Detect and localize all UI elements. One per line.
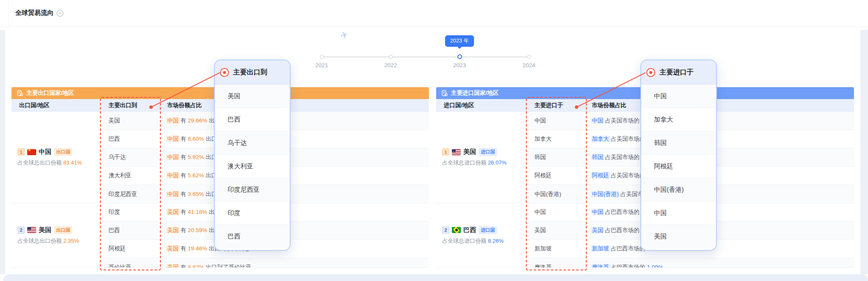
share-cell: 中国(香港)占美国市场的 [584,190,854,198]
share-cell: 美国有 20.59% 出口到了巴西 [160,227,429,234]
timeline-dot-2023[interactable] [457,54,462,59]
timeline-year-label[interactable]: 2022 [377,62,404,68]
year-tooltip: 2023 年 [445,35,474,47]
table-row: 摩洛哥 摩洛哥占巴西市场的 1.09% [527,258,854,267]
popup-title: 主要出口到 [233,68,267,77]
popup-item: 巴西 [215,108,290,131]
rank-badge: 2 [17,227,25,234]
report-icon [442,90,448,96]
popup-item: 加拿大 [641,108,716,131]
source-cell: 韩国 [527,153,584,161]
plane-watermark-icon: ✈ [339,29,350,42]
exporter-cell: 1 中国 出口国 占全球总出口份额 83.41% [11,112,101,203]
popup-item: 美国 [215,85,290,108]
popup-item: 巴西 [215,225,290,248]
timeline-dot-2024[interactable] [527,55,531,59]
flag-usa-icon [452,149,461,155]
next-section-edge [3,274,868,281]
popup-item: 印度尼西亚 [215,178,290,202]
role-badge: 进口国 [479,148,497,156]
info-icon[interactable]: i [57,10,63,17]
timeline-year-label[interactable]: 2023 [446,62,473,68]
dest-cell: 巴西 [101,227,160,234]
timeline-dot-2021[interactable] [320,55,324,59]
share-cell: 美国有 41.18% 出口到了印度 [160,208,429,216]
rank-badge: 1 [442,148,449,156]
share-cell: 中国有 29.66% 出口到了美国 [160,117,429,125]
popup-item: 中国(香港) [641,178,716,202]
dest-cell: 哥伦比亚 [101,264,160,268]
source-cell: 中国(香港) [527,190,584,198]
country-name: 美国 [463,148,476,156]
popup-item: 韩国 [641,131,716,155]
share-cell: 新加坡占巴西市场的 [584,245,854,253]
source-cell: 中国 [527,208,584,216]
popup-item: 澳大利亚 [215,155,290,178]
country-name: 巴西 [463,226,476,234]
share-value: 26.07% [488,159,507,166]
popup-item: 美国 [641,225,716,248]
dest-cell: 印度尼西亚 [101,190,160,198]
source-cell: 中国 [527,117,584,125]
popup-item: 印度 [215,202,290,225]
role-badge: 进口国 [479,226,497,234]
dest-cell: 乌干达 [101,153,160,161]
flag-brazil-icon [452,227,461,233]
country-name: 美国 [39,226,51,234]
source-cell: 加拿大 [527,135,584,143]
share-cell: 美国有 8.82% 出口到了哥伦比亚 [160,264,429,268]
share-cell: 中国有 8.60% 出口到了巴西 [160,135,429,143]
popup-header: 主要进口于 [641,60,716,85]
page-title: 全球贸易流向 [15,9,54,17]
role-badge: 出口国 [54,148,72,156]
title-bar: 全球贸易流向 i [0,0,868,27]
importer-cell: 1 美国 进口国 占全球总进口份额 26.07% [436,112,527,203]
import-column-popup: 主要进口于 中国 加拿大 韩国 阿根廷 中国(香港) 中国 美国 [640,60,717,251]
share-cell: 韩国占美国市场的 [584,153,854,161]
share-cell: 美国有 19.46% 出口到了阿根廷 [160,245,429,253]
flag-china-icon [27,149,36,155]
dest-cell: 巴西 [101,135,160,143]
source-cell: 阿根廷 [527,172,584,179]
source-cell: 摩洛哥 [527,264,584,268]
share-cell: 美国占巴西市场的 [584,227,854,234]
flag-usa-icon [27,227,36,233]
col-header-market-share: 市场份额占比 [160,102,429,109]
col-header-importer: 进口国/地区 [436,102,527,109]
share-cell: 中国占巴西市场的 [584,208,854,216]
share-label: 占全球总出口份额 [17,238,62,244]
timeline-year-label[interactable]: 2021 [308,62,335,68]
share-label: 占全球总进口份额 [442,238,486,244]
popup-title: 主要进口于 [660,68,694,77]
share-cell: 摩洛哥占巴西市场的 1.09% [584,264,854,268]
popup-item: 阿根廷 [641,155,716,178]
popup-header: 主要出口到 [215,60,290,85]
table-row: 哥伦比亚 美国有 8.82% 出口到了哥伦比亚 [101,258,429,267]
source-cell: 新加坡 [527,245,584,253]
dest-cell: 阿根廷 [101,245,160,253]
timeline-year-label[interactable]: 2024 [515,62,542,68]
share-cell: 阿根廷占美国市场的 [584,172,854,179]
popup-item: 中国 [641,202,716,225]
export-banner-label: 主要出口国家/地区 [26,89,74,97]
share-value: 2.35% [63,238,79,244]
rank-badge: 2 [442,227,449,234]
timeline-dot-2022[interactable] [389,55,393,59]
share-cell: 中国有 3.65% 出口到了印度尼西亚 [160,190,429,198]
target-icon [646,68,655,77]
share-cell: 加拿大占美国市场的 [584,135,854,143]
share-label: 占全球总出口份额 [17,159,62,166]
dest-cell: 印度 [101,208,160,216]
popup-item: 乌干达 [215,131,290,155]
role-badge: 出口国 [54,226,72,234]
col-header-exporter: 出口国/地区 [11,102,101,109]
share-value: 83.41% [63,159,82,166]
card-edge-divider [9,0,9,26]
trade-flow-panel: 全球贸易流向 i ✈ 2021 2022 2023 2024 2023 年 主要… [0,0,868,281]
col-header-market-share: 市场份额占比 [584,102,854,109]
country-name: 中国 [39,148,51,156]
timeline-track [322,57,529,57]
share-label: 占全球总进口份额 [442,159,486,166]
dest-cell: 美国 [101,117,160,125]
page-gutter-left [0,30,5,274]
